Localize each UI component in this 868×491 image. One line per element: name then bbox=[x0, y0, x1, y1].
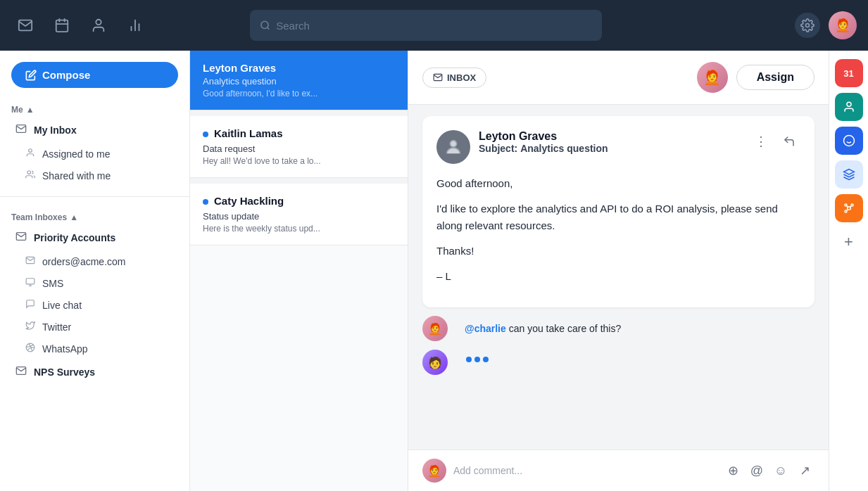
conv-item-2[interactable]: Caty Hackling Status update Here is the … bbox=[190, 184, 408, 246]
twitter-item[interactable]: Twitter bbox=[0, 316, 189, 338]
inbox-nav-icon[interactable] bbox=[11, 11, 39, 39]
salesforce-sidebar-icon[interactable] bbox=[835, 127, 863, 155]
contacts-nav-icon[interactable] bbox=[84, 11, 113, 39]
me-section: Me ▲ My Inbox Assigned to me Shared wit bbox=[0, 94, 189, 192]
sidebar: Compose Me ▲ My Inbox Assigned to me bbox=[0, 51, 190, 491]
main-content: Compose Me ▲ My Inbox Assigned to me bbox=[0, 51, 868, 491]
orders-email-item[interactable]: orders@acme.com bbox=[0, 250, 189, 272]
mention-button[interactable]: @ bbox=[747, 461, 767, 480]
sms-icon bbox=[25, 277, 35, 289]
shared-icon bbox=[25, 170, 35, 181]
emoji-button[interactable]: ☺ bbox=[771, 461, 791, 480]
priority-accounts-icon bbox=[15, 231, 27, 245]
right-sidebar: 31 + bbox=[829, 51, 868, 491]
calendar-sidebar-icon[interactable]: 31 bbox=[835, 59, 863, 87]
search-bar[interactable] bbox=[250, 10, 602, 41]
assigned-to-me-item[interactable]: Assigned to me bbox=[0, 143, 189, 165]
shared-with-me-item[interactable]: Shared with me bbox=[0, 165, 189, 186]
search-icon bbox=[260, 20, 270, 31]
whatsapp-item[interactable]: WhatsApp bbox=[0, 338, 189, 359]
add-integration-button[interactable]: + bbox=[835, 228, 863, 256]
add-attachment-button[interactable]: ⊕ bbox=[723, 461, 743, 480]
analytics-nav-icon[interactable] bbox=[121, 11, 149, 39]
my-inbox-item[interactable]: My Inbox bbox=[4, 117, 185, 143]
comment-bubble-0: @charlie can you take care of this? bbox=[455, 316, 631, 341]
svg-point-11 bbox=[29, 149, 32, 153]
compose-button[interactable]: Compose bbox=[11, 62, 178, 88]
settings-icon[interactable] bbox=[795, 13, 820, 38]
email-message-header: Leyton Graves Subject: Analytics questio… bbox=[436, 130, 800, 164]
svg-point-8 bbox=[261, 21, 268, 28]
assign-button[interactable]: Assign bbox=[736, 65, 814, 90]
top-nav: 🧑‍🦰 bbox=[0, 0, 868, 51]
priority-accounts-item[interactable]: Priority Accounts bbox=[4, 225, 185, 250]
svg-point-23 bbox=[845, 210, 847, 212]
comment-row-0: 🧑‍🦰 @charlie can you take care of this? bbox=[422, 316, 814, 341]
reply-icon bbox=[783, 135, 795, 148]
inbox-icon bbox=[15, 123, 27, 137]
typing-avatar: 🧑 bbox=[422, 350, 448, 375]
expand-button[interactable]: ↗ bbox=[795, 461, 814, 480]
svg-rect-0 bbox=[56, 20, 68, 32]
sender-avatar bbox=[436, 130, 470, 164]
unread-dot-1 bbox=[203, 132, 208, 137]
nps-surveys-item[interactable]: NPS Surveys bbox=[4, 359, 185, 385]
unread-dot-2 bbox=[203, 199, 208, 205]
live-chat-icon bbox=[25, 299, 35, 311]
contact-sidebar-icon[interactable] bbox=[835, 93, 863, 121]
sms-item[interactable]: SMS bbox=[0, 272, 189, 294]
more-options-button[interactable]: ⋮ bbox=[750, 130, 772, 153]
sender-info: Leyton Graves Subject: Analytics questio… bbox=[479, 130, 741, 154]
conv-name-0: Leyton Graves bbox=[203, 62, 395, 74]
svg-rect-13 bbox=[26, 279, 34, 284]
svg-point-16 bbox=[847, 102, 851, 106]
email-subject: Subject: Analytics question bbox=[479, 143, 741, 154]
typing-dot-2 bbox=[474, 357, 480, 362]
sender-name: Leyton Graves bbox=[479, 130, 741, 143]
inbox-badge[interactable]: INBOX bbox=[422, 68, 486, 88]
email-header: INBOX 🧑‍🦰 Assign bbox=[408, 51, 829, 105]
email-body-line-3: – L bbox=[436, 268, 800, 285]
svg-line-9 bbox=[268, 27, 270, 30]
user-avatar[interactable]: 🧑‍🦰 bbox=[829, 11, 857, 39]
divider bbox=[0, 196, 189, 197]
comment-mention-0: @charlie bbox=[465, 323, 506, 334]
hubspot-sidebar-icon[interactable] bbox=[835, 194, 863, 222]
sender-avatar-header: 🧑‍🦰 bbox=[697, 62, 728, 93]
gem-sidebar-icon[interactable] bbox=[835, 160, 863, 189]
svg-marker-19 bbox=[843, 170, 854, 175]
typing-indicator-row: 🧑 bbox=[422, 350, 814, 375]
compose-icon bbox=[25, 70, 37, 81]
live-chat-item[interactable]: Live chat bbox=[0, 294, 189, 316]
conv-item-1[interactable]: Kaitlin Lamas Data request Hey all! We'd… bbox=[190, 116, 408, 178]
email-body: Leyton Graves Subject: Analytics questio… bbox=[408, 105, 829, 449]
conv-subject-0: Analytics question bbox=[203, 76, 395, 87]
search-input[interactable] bbox=[276, 20, 592, 32]
conv-subject-2: Status update bbox=[203, 211, 395, 222]
svg-point-12 bbox=[27, 171, 31, 174]
conv-header-1: Kaitlin Lamas bbox=[203, 127, 395, 141]
me-section-header: Me ▲ bbox=[0, 99, 189, 117]
comment-text-0: can you take care of this? bbox=[506, 323, 621, 334]
twitter-icon bbox=[25, 321, 35, 333]
comment-input[interactable] bbox=[453, 465, 716, 476]
comment-input-row: 🧑‍🦰 ⊕ @ ☺ ↗ bbox=[408, 449, 829, 491]
conversation-list: Leyton Graves Analytics question Good af… bbox=[190, 51, 408, 491]
typing-bubble bbox=[455, 350, 500, 369]
svg-line-26 bbox=[847, 210, 848, 211]
comment-tools: ⊕ @ ☺ ↗ bbox=[723, 461, 814, 480]
svg-line-24 bbox=[847, 206, 848, 208]
email-body-line-1: I'd like to explore the analytics and AP… bbox=[436, 200, 800, 234]
conv-spacer-2 bbox=[190, 178, 408, 184]
conv-preview-1: Hey all! We'd love to take a lo... bbox=[203, 156, 395, 166]
conv-subject-1: Data request bbox=[203, 144, 395, 154]
email-body-line-2: Thanks! bbox=[436, 243, 800, 260]
reply-button[interactable] bbox=[778, 130, 800, 153]
conv-name-1: Kaitlin Lamas bbox=[214, 127, 283, 139]
conv-item-0[interactable]: Leyton Graves Analytics question Good af… bbox=[190, 51, 408, 110]
nps-icon bbox=[15, 365, 27, 379]
calendar-nav-icon[interactable] bbox=[48, 11, 76, 39]
conv-spacer bbox=[190, 110, 408, 116]
conv-header-2: Caty Hackling bbox=[203, 195, 395, 209]
conv-preview-0: Good afternoon, I'd like to ex... bbox=[203, 89, 395, 98]
